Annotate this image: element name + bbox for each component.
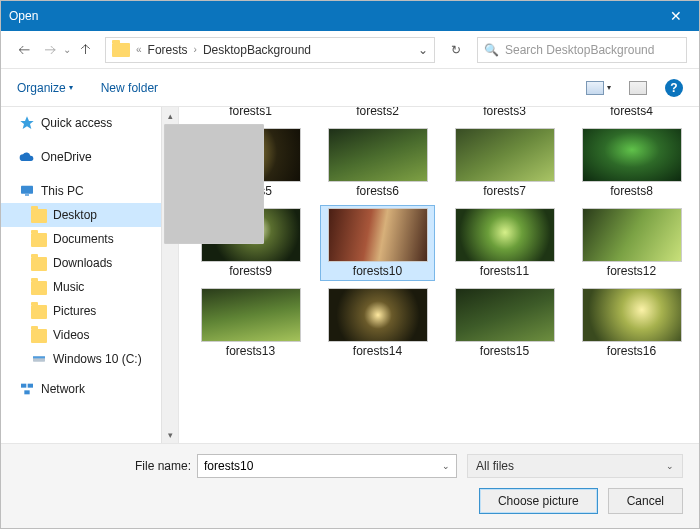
file-thumbnail [201,288,301,342]
file-caption: forests3 [483,107,526,118]
organize-label: Organize [17,81,66,95]
sidebar-item-this-pc[interactable]: This PC [1,179,161,203]
file-item[interactable]: forests7 [447,125,562,201]
refresh-button[interactable]: ↻ [443,37,469,63]
scroll-thumb[interactable] [164,124,264,244]
sidebar-item-downloads[interactable]: Downloads [1,251,161,275]
search-box[interactable]: 🔍 [477,37,687,63]
folder-icon [31,329,47,343]
chevron-down-icon: ⌄ [442,461,450,471]
sidebar-item-pictures[interactable]: Pictures [1,299,161,323]
file-thumbnail [328,208,428,262]
file-item[interactable]: forests16 [574,285,689,361]
file-thumbnail [582,128,682,182]
file-item[interactable]: forests8 [574,125,689,201]
scroll-up-icon[interactable]: ▴ [162,107,178,124]
sidebar-item-music[interactable]: Music [1,275,161,299]
up-button[interactable]: 🡡 [75,39,97,61]
nav-tree: Quick access OneDrive This PC Desktop [1,107,161,443]
sidebar-label: Downloads [53,256,112,270]
help-button[interactable]: ? [665,79,683,97]
sidebar-label: Desktop [53,208,97,222]
file-item[interactable]: forests2 [320,107,435,121]
file-item[interactable]: forests1 [193,107,308,121]
choose-picture-button[interactable]: Choose picture [479,488,598,514]
folder-icon [112,43,130,57]
file-item[interactable]: forests11 [447,205,562,281]
sidebar-scrollbar[interactable]: ▴ ▾ [161,107,178,443]
sidebar-label: Quick access [41,116,112,130]
breadcrumb-sep-icon: « [136,44,142,55]
file-caption: forests2 [356,107,399,118]
file-item[interactable]: forests14 [320,285,435,361]
sidebar-label: This PC [41,184,84,198]
file-item[interactable]: forests13 [193,285,308,361]
filename-label: File name: [17,459,197,473]
svg-rect-6 [28,384,33,388]
sidebar-item-documents[interactable]: Documents [1,227,161,251]
button-label: Choose picture [498,494,579,508]
new-folder-button[interactable]: New folder [101,81,158,95]
file-caption: forests4 [610,107,653,118]
sidebar-item-quick-access[interactable]: Quick access [1,111,161,135]
file-item[interactable]: forests10 [320,205,435,281]
filename-combo[interactable]: forests10 ⌄ [197,454,457,478]
sidebar-label: Music [53,280,84,294]
file-caption: forests7 [483,184,526,198]
sidebar-item-local-disk[interactable]: Windows 10 (C:) [1,347,161,371]
network-icon [19,381,35,397]
file-item[interactable]: forests15 [447,285,562,361]
close-button[interactable]: ✕ [661,8,691,24]
sidebar-item-videos[interactable]: Videos [1,323,161,347]
file-caption: forests11 [480,264,529,278]
sidebar-label: Videos [53,328,89,342]
svg-rect-4 [33,356,45,358]
file-caption: forests12 [607,264,656,278]
file-caption: forests9 [229,264,272,278]
preview-pane-button[interactable] [629,81,647,95]
pc-icon [19,183,35,199]
new-folder-label: New folder [101,81,158,95]
back-button[interactable]: 🡠 [13,39,35,61]
address-dropdown-icon[interactable]: ⌄ [414,38,432,62]
sidebar-item-network[interactable]: Network [1,377,161,401]
file-item[interactable]: forests3 [447,107,562,121]
address-bar[interactable]: « Forests › DesktopBackground ⌄ [105,37,435,63]
sidebar-label: Pictures [53,304,96,318]
file-item[interactable]: forests12 [574,205,689,281]
organize-button[interactable]: Organize ▾ [17,81,73,95]
file-item[interactable]: forests4 [574,107,689,121]
folder-icon [31,257,47,271]
window-title: Open [9,9,661,23]
file-caption: forests13 [226,344,275,358]
folder-icon [31,281,47,295]
search-input[interactable] [503,42,680,58]
breadcrumb-segment[interactable]: DesktopBackground [199,43,315,57]
forward-button[interactable]: 🡢 [39,39,61,61]
nav-pane: Quick access OneDrive This PC Desktop [1,107,179,443]
file-item[interactable]: forests6 [320,125,435,201]
svg-rect-7 [24,390,29,394]
sidebar-item-onedrive[interactable]: OneDrive [1,145,161,169]
open-dialog: Open ✕ 🡠 🡢 ⌄ 🡡 « Forests › DesktopBackgr… [0,0,700,529]
recent-locations-button[interactable]: ⌄ [63,44,71,55]
dialog-body: Quick access OneDrive This PC Desktop [1,107,699,443]
titlebar: Open ✕ [1,1,699,31]
cancel-button[interactable]: Cancel [608,488,683,514]
scroll-down-icon[interactable]: ▾ [162,426,178,443]
view-button[interactable]: ▾ [586,81,611,95]
file-thumbnail [582,208,682,262]
file-thumbnail [455,128,555,182]
view-icon [586,81,604,95]
svg-rect-1 [21,186,33,194]
svg-marker-0 [20,116,33,129]
file-thumbnail [582,288,682,342]
file-caption: forests16 [607,344,656,358]
folder-icon [31,305,47,319]
filetype-filter[interactable]: All files ⌄ [467,454,683,478]
breadcrumb-segment[interactable]: Forests [144,43,192,57]
button-label: Cancel [627,494,664,508]
file-caption: forests8 [610,184,653,198]
sidebar-item-desktop[interactable]: Desktop [1,203,161,227]
filter-value: All files [476,459,514,473]
